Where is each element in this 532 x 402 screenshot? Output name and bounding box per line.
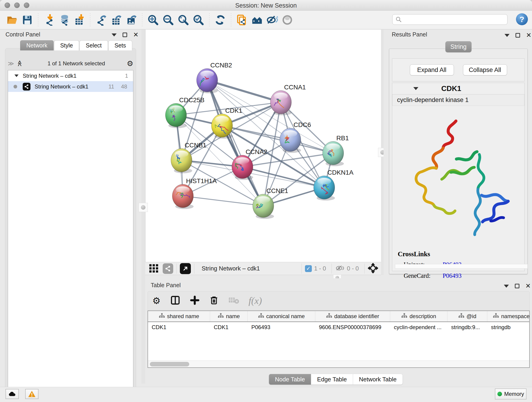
node-CDKN1A[interactable]: CDKN1A	[314, 169, 354, 201]
table-cell[interactable]: CDK1	[148, 322, 210, 332]
zoom-out-button[interactable]	[161, 12, 176, 27]
table-hscroll-thumb[interactable]	[150, 362, 189, 366]
inactive-orb-button[interactable]	[280, 12, 295, 27]
save-session-button[interactable]	[20, 12, 35, 27]
delete-column-trash-icon[interactable]	[209, 295, 219, 306]
tab-select[interactable]: Select	[80, 40, 108, 51]
edge-HIST1H1A-CCNE1[interactable]	[183, 196, 263, 206]
close-panel-icon[interactable]: ✕	[526, 33, 531, 38]
open-session-button[interactable]	[5, 12, 20, 27]
close-panel-icon[interactable]: ✕	[133, 32, 138, 37]
table-cell[interactable]: 9606.ENSP00000378699	[315, 322, 390, 332]
node-table[interactable]: shared namenamecanonical namedatabase id…	[147, 311, 530, 368]
close-panel-icon[interactable]: ✕	[525, 284, 531, 288]
table-cell[interactable]: P06493	[248, 322, 315, 332]
birdseye-grid-icon[interactable]	[148, 263, 159, 274]
collapse-all-button[interactable]: Collapse All	[463, 64, 507, 75]
node-CCNE1[interactable]: CCNE1	[253, 187, 288, 219]
export-image-button[interactable]	[124, 12, 139, 27]
table-cell[interactable]: stringdb:9...	[447, 322, 487, 332]
node-CDC6[interactable]: CDC6	[280, 121, 311, 153]
tab-network[interactable]: Network	[20, 40, 54, 51]
float-panel-icon[interactable]	[123, 32, 127, 37]
cloud-button[interactable]	[6, 389, 19, 399]
column-header-description[interactable]: description	[390, 311, 447, 322]
selected-nodes-checkbox[interactable]: ✓	[305, 265, 312, 272]
string-home-button[interactable]	[249, 12, 265, 27]
help-button[interactable]: ?	[516, 13, 528, 25]
entry-collapse-icon[interactable]	[413, 87, 418, 90]
tab-sets[interactable]: Sets	[108, 40, 132, 51]
duplicate-network-button[interactable]	[234, 12, 249, 27]
float-panel-icon[interactable]	[515, 284, 519, 288]
column-header-name[interactable]: name	[210, 311, 248, 322]
import-database-button[interactable]	[57, 12, 72, 27]
tab-edge-table[interactable]: Edge Table	[311, 374, 353, 385]
import-network-button[interactable]	[41, 12, 57, 27]
column-header-namespace[interactable]: namespace	[487, 311, 530, 322]
edge-CCNB2-CCNA1[interactable]	[207, 80, 281, 102]
network-canvas[interactable]: CCNB2CCNA1CDC25BCDK1CDC6RB1CCNB1CCNA2HIS…	[145, 30, 381, 262]
table-row[interactable]: CDK1CDK1P064939606.ENSP00000378699cyclin…	[148, 322, 529, 332]
network-view-toolbar: String Network – cdk1 ✓ 1 - 0 0 - 0	[145, 262, 381, 275]
edge-CCNB2-CCNE1[interactable]	[207, 80, 263, 206]
expand-all-icon[interactable]: ≫	[16, 61, 23, 66]
network-collection-row[interactable]: String Network – cdk1 1	[8, 70, 133, 81]
column-header-canonical-name[interactable]: canonical name	[248, 311, 315, 322]
float-panel-icon[interactable]	[515, 33, 520, 38]
collapse-all-icon[interactable]: ≫	[8, 60, 13, 67]
entry-header[interactable]: CDK1	[392, 83, 525, 95]
node-CCNB2[interactable]: CCNB2	[196, 62, 232, 93]
hide-graphics-button[interactable]	[265, 12, 280, 27]
export-view-icon[interactable]	[180, 263, 191, 274]
search-input[interactable]	[402, 16, 503, 23]
node-RB1[interactable]: RB1	[323, 134, 349, 166]
tab-string[interactable]: String	[445, 41, 472, 52]
node-CCNB1[interactable]: CCNB1	[171, 142, 206, 173]
search-box[interactable]	[392, 14, 507, 25]
column-header-database-identifier[interactable]: database identifier	[315, 311, 390, 322]
memory-button[interactable]: Memory	[495, 389, 526, 400]
zoom-in-button[interactable]	[146, 12, 161, 27]
column-header-@id[interactable]: @id	[447, 311, 487, 322]
entry-scrollbar[interactable]	[395, 264, 528, 269]
create-column-icon[interactable]	[190, 295, 200, 306]
window-title: Session: New Session	[0, 2, 532, 9]
pan-crosshair-icon[interactable]	[368, 263, 378, 274]
network-row-selected[interactable]: String Network – cdk1 11 48	[8, 81, 133, 92]
import-table-button[interactable]	[72, 12, 87, 27]
expand-all-button[interactable]: Expand All	[410, 64, 454, 75]
hidden-eye-icon[interactable]	[335, 264, 345, 273]
refresh-button[interactable]	[213, 12, 228, 27]
tab-node-table[interactable]: Node Table	[269, 374, 311, 385]
warnings-button[interactable]	[25, 389, 38, 399]
tab-style[interactable]: Style	[54, 40, 79, 51]
node-CCNA1[interactable]: CCNA1	[270, 84, 306, 115]
edge-CDK1-RB1[interactable]	[222, 126, 333, 153]
node-HIST1H1A[interactable]: HIST1H1A	[172, 177, 217, 209]
table-tabs: Node TableEdge TableNetwork Table	[269, 374, 403, 385]
show-columns-icon[interactable]	[170, 295, 180, 306]
export-table-button[interactable]	[109, 12, 124, 27]
tab-network-table[interactable]: Network Table	[353, 374, 403, 385]
table-cell[interactable]: CDK1	[210, 322, 248, 332]
zoom-selected-button[interactable]	[191, 12, 206, 27]
table-settings-gear-icon[interactable]: ⚙	[152, 295, 161, 306]
panel-menu-icon[interactable]	[504, 285, 509, 288]
network-options-gear-icon[interactable]: ⚙	[127, 59, 133, 68]
table-cell[interactable]: stringdb	[487, 322, 530, 332]
table-hscrollbar[interactable]	[148, 361, 529, 367]
zoom-fit-icon	[177, 14, 189, 26]
node-CDK1[interactable]: CDK1	[211, 107, 242, 139]
column-header-shared-name[interactable]: shared name	[148, 311, 210, 322]
collection-expand-icon[interactable]	[14, 75, 19, 77]
panel-menu-icon[interactable]	[505, 34, 510, 37]
export-network-button[interactable]	[94, 12, 109, 27]
string-share-icon[interactable]	[163, 263, 173, 274]
panel-menu-icon[interactable]	[112, 33, 117, 36]
export-table-icon	[110, 14, 122, 26]
memory-status-dot-icon	[497, 392, 502, 396]
table-cell[interactable]: cyclin-dependent ...	[390, 322, 447, 332]
zoom-fit-button[interactable]	[176, 12, 191, 27]
left-splitter-grip[interactable]	[139, 203, 148, 212]
